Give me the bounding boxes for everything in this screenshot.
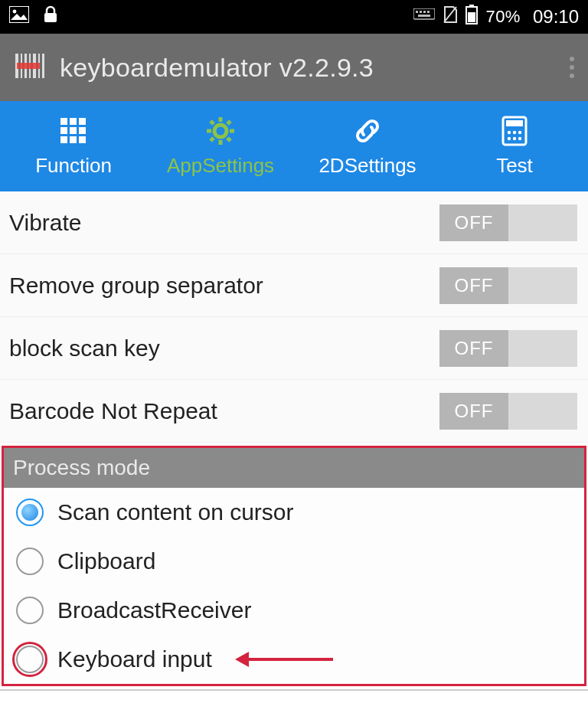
svg-point-44 (518, 130, 521, 133)
battery-percent: 70% (485, 7, 521, 27)
setting-label: Barcode Not Repeat (9, 398, 217, 424)
divider (0, 689, 588, 691)
settings-list: Vibrate OFF Remove group separator OFF b… (0, 191, 588, 443)
svg-point-1 (13, 10, 17, 14)
svg-point-46 (513, 136, 516, 139)
svg-line-38 (227, 121, 230, 124)
overflow-menu-icon[interactable] (570, 57, 574, 78)
radio-icon (16, 499, 44, 526)
svg-rect-0 (9, 6, 29, 23)
tab-test[interactable]: Test (441, 101, 588, 191)
svg-line-9 (444, 7, 456, 22)
radio-label: Clipboard (57, 548, 155, 574)
svg-rect-24 (79, 118, 86, 125)
status-time: 09:10 (533, 6, 579, 28)
svg-rect-8 (418, 15, 430, 17)
battery-icon (466, 5, 478, 29)
keyboard-icon (413, 7, 435, 27)
svg-line-37 (227, 138, 230, 141)
radio-label: Keyboard input (57, 646, 212, 672)
app-bar: keyboardemulator v2.2.9.3 (0, 34, 588, 101)
svg-line-36 (211, 121, 214, 124)
radio-clipboard[interactable]: Clipboard (4, 537, 584, 586)
setting-barcode-not-repeat[interactable]: Barcode Not Repeat OFF (0, 380, 588, 443)
toggle-block-scan-key[interactable]: OFF (439, 330, 577, 367)
svg-point-43 (513, 130, 516, 133)
toggle-vibrate[interactable]: OFF (439, 204, 577, 241)
svg-rect-4 (416, 11, 418, 13)
lock-icon (43, 5, 58, 28)
tab-label: 2DSettings (318, 154, 416, 178)
radio-keyboard-input[interactable]: Keyboard input (4, 635, 584, 684)
svg-rect-30 (79, 136, 86, 143)
svg-rect-20 (42, 54, 44, 78)
svg-rect-23 (70, 118, 77, 125)
tab-2dsettings[interactable]: 2DSettings (294, 101, 441, 191)
svg-point-45 (508, 136, 511, 139)
radio-label: BroadcastReceiver (57, 597, 251, 623)
radio-icon (16, 646, 44, 673)
svg-point-42 (508, 130, 511, 133)
svg-rect-41 (506, 120, 523, 126)
svg-rect-26 (70, 127, 77, 134)
tab-bar: Function AppSettings 2DSettings (0, 101, 588, 191)
svg-rect-22 (60, 118, 67, 125)
radio-broadcastreceiver[interactable]: BroadcastReceiver (4, 586, 584, 635)
app-title: keyboardemulator v2.2.9.3 (60, 53, 374, 83)
calculator-icon (501, 116, 528, 146)
svg-rect-5 (420, 11, 422, 13)
section-header: Process mode (4, 448, 584, 488)
setting-block-scan-key[interactable]: block scan key OFF (0, 317, 588, 380)
toggle-barcode-not-repeat[interactable]: OFF (439, 393, 577, 430)
svg-rect-29 (70, 136, 77, 143)
setting-label: Remove group separator (9, 273, 263, 299)
barcode-icon (14, 51, 49, 84)
status-bar: 70% 09:10 (0, 0, 588, 34)
svg-rect-27 (79, 127, 86, 134)
tab-function[interactable]: Function (0, 101, 147, 191)
tab-appsettings[interactable]: AppSettings (147, 101, 294, 191)
svg-point-47 (518, 136, 521, 139)
setting-label: Vibrate (9, 210, 82, 236)
svg-line-39 (211, 138, 214, 141)
svg-rect-2 (44, 13, 57, 22)
gear-icon (205, 116, 236, 146)
tab-label: AppSettings (167, 154, 274, 178)
setting-label: block scan key (9, 335, 160, 361)
svg-rect-12 (468, 12, 475, 22)
radio-icon (16, 597, 44, 624)
radio-icon (16, 548, 44, 575)
radio-scan-content-on-cursor[interactable]: Scan content on cursor (4, 488, 584, 537)
annotation-arrow-icon (235, 652, 333, 667)
no-sim-icon (443, 5, 458, 28)
link-icon (351, 116, 384, 146)
toggle-state: OFF (439, 330, 508, 367)
tab-label: Test (496, 154, 533, 178)
setting-remove-group-separator[interactable]: Remove group separator OFF (0, 254, 588, 317)
tab-label: Function (35, 154, 112, 178)
svg-point-31 (214, 125, 227, 137)
image-icon (9, 6, 29, 28)
toggle-remove-group-separator[interactable]: OFF (439, 267, 577, 304)
grid-icon (59, 116, 88, 146)
setting-vibrate[interactable]: Vibrate OFF (0, 191, 588, 254)
toggle-state: OFF (439, 204, 508, 241)
svg-rect-7 (427, 11, 430, 13)
toggle-state: OFF (439, 267, 508, 304)
process-mode-section: Process mode Scan content on cursor Clip… (2, 446, 586, 686)
svg-rect-21 (17, 63, 40, 69)
svg-rect-3 (413, 8, 435, 19)
svg-rect-25 (60, 127, 67, 134)
svg-rect-28 (60, 136, 67, 143)
toggle-state: OFF (439, 393, 508, 430)
svg-rect-6 (423, 11, 426, 13)
radio-label: Scan content on cursor (57, 499, 294, 525)
